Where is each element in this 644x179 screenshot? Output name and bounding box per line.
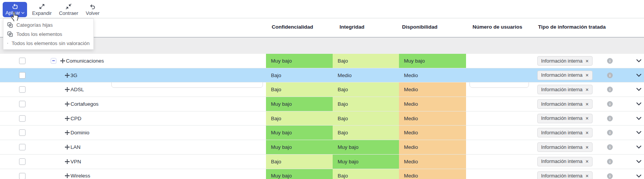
usuarios-cell[interactable]: [466, 111, 533, 126]
apply-menu-item[interactable]: Categorías hijas: [3, 20, 93, 29]
table-row[interactable]: Cortafuegos Muy bajo Bajo Medio Informac…: [0, 97, 644, 111]
integridad-cell[interactable]: Bajo: [333, 111, 399, 126]
table-row[interactable]: LAN Muy bajo Muy bajo Medio Información …: [0, 140, 644, 155]
table-row[interactable]: 3G Bajo Medio Medio Información interna …: [0, 68, 644, 83]
table-row[interactable]: CPD Bajo Bajo Medio Información interna …: [0, 111, 644, 126]
back-button[interactable]: Volver: [84, 2, 101, 17]
valuation-table-page: Aplicar Expandir Contraer Volver: [0, 0, 644, 179]
disponibilidad-cell[interactable]: Muy bajo: [399, 54, 466, 68]
disponibilidad-cell[interactable]: Medio: [399, 111, 466, 126]
tag-remove-icon[interactable]: ×: [586, 173, 589, 179]
move-icon[interactable]: [65, 173, 70, 178]
disponibilidad-cell[interactable]: Medio: [399, 68, 466, 82]
row-chevron-down-icon[interactable]: [636, 174, 641, 178]
integridad-cell[interactable]: Muy bajo: [333, 140, 399, 154]
row-checkbox[interactable]: [19, 86, 26, 93]
row-chevron-down-icon[interactable]: [636, 102, 641, 106]
move-icon[interactable]: [65, 73, 70, 78]
row-chevron-down-icon[interactable]: [636, 117, 641, 120]
move-icon[interactable]: [65, 87, 70, 92]
apply-button[interactable]: Aplicar: [3, 2, 27, 17]
tag-remove-icon[interactable]: ×: [586, 73, 589, 78]
row-checkbox[interactable]: [19, 58, 26, 64]
usuarios-cell[interactable]: [466, 54, 533, 68]
move-icon[interactable]: [65, 145, 70, 150]
confidencialidad-cell[interactable]: Muy bajo: [266, 54, 333, 68]
tag-remove-icon[interactable]: ×: [586, 145, 589, 150]
table-row[interactable]: Dominio Muy bajo Bajo Medio Información …: [0, 126, 644, 140]
row-checkbox[interactable]: [19, 129, 26, 136]
info-icon[interactable]: i: [607, 58, 613, 64]
tag-remove-icon[interactable]: ×: [586, 130, 589, 135]
disponibilidad-cell[interactable]: Medio: [399, 97, 466, 111]
apply-menu-item[interactable]: Todos los elementos: [3, 29, 93, 39]
integridad-cell[interactable]: Medio: [333, 68, 399, 82]
usuarios-cell[interactable]: [466, 126, 533, 140]
disponibilidad-cell[interactable]: Medio: [399, 140, 466, 154]
table-row[interactable]: Wireless Muy bajo Bajo Medio Información…: [0, 169, 644, 179]
integridad-cell[interactable]: Bajo: [333, 54, 399, 68]
disponibilidad-cell[interactable]: Medio: [399, 126, 466, 140]
disponibilidad-cell[interactable]: Medio: [399, 169, 466, 179]
table-row[interactable]: ADSL Bajo Bajo Medio Información interna…: [0, 82, 644, 97]
row-checkbox[interactable]: [19, 101, 26, 107]
info-icon[interactable]: i: [607, 144, 613, 150]
usuarios-cell[interactable]: [466, 97, 533, 111]
confidencialidad-cell[interactable]: Bajo: [266, 82, 333, 97]
confidencialidad-cell[interactable]: Muy bajo: [266, 126, 333, 140]
integridad-cell[interactable]: Bajo: [333, 169, 399, 179]
confidencialidad-cell[interactable]: Bajo: [266, 155, 333, 169]
move-icon[interactable]: [65, 102, 70, 106]
integridad-cell[interactable]: Muy bajo: [333, 155, 399, 169]
tag-remove-icon[interactable]: ×: [586, 102, 589, 107]
collapse-button[interactable]: Contraer: [58, 2, 80, 17]
tag-remove-icon[interactable]: ×: [586, 87, 589, 92]
integridad-cell[interactable]: Bajo: [333, 126, 399, 140]
move-icon[interactable]: [60, 58, 65, 63]
usuarios-cell[interactable]: [466, 169, 533, 179]
row-checkbox[interactable]: [19, 144, 26, 150]
apply-menu-item[interactable]: Todos los elementos sin valoración: [3, 39, 93, 48]
move-icon[interactable]: [65, 159, 70, 164]
integridad-cell[interactable]: Bajo: [333, 82, 399, 97]
disponibilidad-cell[interactable]: Medio: [399, 82, 466, 97]
row-checkbox[interactable]: [19, 158, 26, 165]
info-icon[interactable]: i: [607, 87, 613, 92]
info-icon[interactable]: i: [607, 116, 613, 121]
integridad-cell[interactable]: Bajo: [333, 97, 399, 111]
row-chevron-down-icon[interactable]: [636, 145, 641, 149]
row-chevron-down-icon[interactable]: [636, 131, 641, 134]
disponibilidad-cell[interactable]: Medio: [399, 155, 466, 169]
usuarios-cell[interactable]: [466, 140, 533, 154]
move-icon[interactable]: [65, 116, 70, 121]
move-icon[interactable]: [65, 130, 70, 135]
row-chevron-down-icon[interactable]: [636, 88, 641, 91]
confidencialidad-cell[interactable]: Bajo: [266, 111, 333, 126]
info-icon[interactable]: i: [607, 130, 613, 135]
row-chevron-down-icon[interactable]: [636, 160, 641, 163]
row-chevron-down-icon[interactable]: [636, 74, 641, 77]
table-row[interactable]: Comunicaciones Muy bajo Bajo Muy bajo In…: [0, 54, 644, 68]
info-icon[interactable]: i: [607, 173, 613, 179]
row-checkbox[interactable]: [19, 173, 26, 179]
tag-remove-icon[interactable]: ×: [586, 58, 589, 64]
tag-remove-icon[interactable]: ×: [586, 116, 589, 121]
row-name-cell: Cortafuegos: [65, 97, 99, 111]
confidencialidad-cell[interactable]: Muy bajo: [266, 140, 333, 154]
expand-button[interactable]: Expandir: [31, 2, 53, 17]
info-icon[interactable]: i: [607, 159, 613, 164]
confidencialidad-cell[interactable]: Muy bajo: [266, 169, 333, 179]
row-checkbox[interactable]: [19, 72, 26, 79]
info-icon[interactable]: i: [607, 73, 613, 78]
collapse-toggle-button[interactable]: [51, 58, 56, 64]
tag-remove-icon[interactable]: ×: [586, 159, 589, 164]
info-icon[interactable]: i: [607, 101, 613, 107]
confidencialidad-cell[interactable]: Muy bajo: [266, 97, 333, 111]
usuarios-cell[interactable]: [466, 82, 533, 97]
row-checkbox[interactable]: [19, 115, 26, 122]
row-chevron-down-icon[interactable]: [636, 59, 641, 63]
table-row[interactable]: VPN Bajo Muy bajo Medio Información inte…: [0, 155, 644, 169]
usuarios-cell[interactable]: [466, 68, 533, 82]
confidencialidad-cell[interactable]: Bajo: [266, 68, 333, 82]
usuarios-cell[interactable]: [466, 155, 533, 169]
